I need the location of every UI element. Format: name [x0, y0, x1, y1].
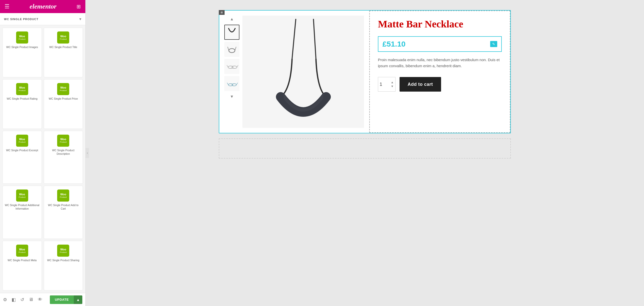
widget-item-add-to-cart[interactable]: Woo Product WC Single Product Add to Car… [44, 186, 83, 239]
widget-label: WC Single Product Price [49, 97, 78, 101]
collapse-panel-handle[interactable]: ‹ [86, 148, 89, 158]
thumbnail-3[interactable] [224, 59, 239, 74]
thumbnail-list: ▲ [224, 16, 239, 128]
product-title: Matte Bar Necklace [378, 18, 502, 30]
widget-label: WC Single Product Excerpt [6, 149, 38, 152]
svg-line-9 [227, 83, 228, 85]
widget-item-additional-info[interactable]: Woo Product WC Single Product Additional… [3, 186, 42, 239]
product-block: ⊞ ▲ [219, 10, 511, 133]
woo-icon: Woo Product [16, 189, 28, 202]
widget-item-meta[interactable]: Woo Product WC Single Product Meta [3, 241, 42, 290]
block-handle[interactable]: ⊞ [219, 10, 225, 15]
hamburger-icon[interactable]: ☰ [5, 3, 10, 10]
thumb-nav-up[interactable]: ▲ [227, 16, 237, 23]
woo-icon: Woo Product [16, 245, 28, 257]
svg-point-4 [232, 66, 237, 68]
bottom-placeholder-section [219, 138, 511, 159]
product-price: £51.10 [382, 40, 406, 48]
widget-grid: Woo Product WC Single Product Images Woo… [0, 25, 85, 293]
thumbnail-4[interactable] [224, 76, 239, 91]
quantity-up-arrow[interactable]: ▲ [391, 81, 394, 84]
add-to-cart-row: 1 ▲ ▼ Add to cart [378, 77, 502, 92]
thumbnail-1[interactable] [224, 25, 239, 40]
elementor-logo: elementor [30, 3, 57, 10]
woo-icon: Woo Product [16, 31, 28, 44]
widget-item-rating[interactable]: Woo Product WC Single Product Rating [3, 79, 42, 129]
widget-label: WC Single Product Rating [7, 97, 38, 101]
quantity-down-arrow[interactable]: ▼ [391, 85, 394, 88]
panel-header[interactable]: WC SINGLE PRODUCT ▾ [0, 13, 85, 25]
svg-line-6 [237, 65, 238, 67]
widget-label: WC Single Product Title [49, 46, 77, 49]
svg-line-12 [313, 19, 316, 59]
woo-icon: Woo Product [16, 83, 28, 95]
widget-label: WC Single Product Description [46, 149, 81, 156]
widget-label: WC Single Product Sharing [47, 259, 79, 262]
bottom-icons: ⚙ ◧ ↺ 🖥 👁 [3, 297, 42, 302]
thumb-nav-down[interactable]: ▼ [227, 93, 237, 100]
product-info-section: Matte Bar Necklace £51.10 ✎ Proin malesu… [369, 11, 510, 133]
widget-label: WC Single Product Add to Cart [46, 204, 81, 210]
update-arrow-button[interactable]: ▲ [74, 295, 82, 304]
widget-item-excerpt[interactable]: Woo Product WC Single Product Excerpt [3, 131, 42, 184]
main-canvas: ⊞ ▲ [86, 0, 644, 306]
svg-point-8 [232, 84, 236, 86]
quantity-value: 1 [380, 82, 382, 87]
widget-item-images[interactable]: Woo Product WC Single Product Images [3, 28, 42, 77]
svg-line-5 [227, 65, 228, 67]
woo-icon: Woo Product [57, 83, 69, 95]
svg-point-14 [323, 94, 329, 100]
responsive-icon[interactable]: 🖥 [29, 297, 33, 302]
widget-item-price[interactable]: Woo Product WC Single Product Price [44, 79, 83, 129]
top-bar: ☰ elementor ⊞ [0, 0, 85, 13]
bottom-bar: ⚙ ◧ ↺ 🖥 👁 UPDATE ▲ [0, 293, 85, 306]
widget-item-sharing[interactable]: Woo Product WC Single Product Sharing [44, 241, 83, 290]
product-images-section: ▲ [219, 11, 369, 133]
woo-icon: Woo Product [57, 245, 69, 257]
woo-icon: Woo Product [16, 135, 28, 147]
woo-icon: Woo Product [57, 135, 69, 147]
widget-item-description[interactable]: Woo Product WC Single Product Descriptio… [44, 131, 83, 184]
thumbnail-2[interactable] [224, 42, 239, 57]
product-image-svg [245, 19, 361, 125]
widget-item-title[interactable]: Woo Product WC Single Product Title [44, 28, 83, 77]
add-to-cart-button[interactable]: Add to cart [400, 77, 441, 92]
svg-line-10 [236, 83, 238, 85]
price-edit-icon[interactable]: ✎ [490, 41, 497, 47]
chevron-down-icon[interactable]: ▾ [79, 17, 81, 21]
svg-line-11 [292, 19, 296, 59]
settings-icon[interactable]: ⚙ [3, 297, 7, 302]
svg-line-2 [235, 47, 236, 51]
widget-label: WC Single Product Additional Information [5, 204, 40, 210]
price-box: £51.10 ✎ [378, 36, 502, 52]
eye-icon[interactable]: 👁 [38, 297, 42, 302]
widget-label: WC Single Product Images [6, 46, 38, 49]
quantity-arrows[interactable]: ▲ ▼ [391, 81, 394, 88]
svg-line-1 [228, 47, 229, 51]
left-panel: ☰ elementor ⊞ WC SINGLE PRODUCT ▾ Woo Pr… [0, 0, 86, 306]
panel-title: WC SINGLE PRODUCT [4, 18, 39, 21]
quantity-input[interactable]: 1 ▲ ▼ [378, 77, 396, 92]
woo-icon: Woo Product [57, 31, 69, 44]
svg-point-0 [229, 49, 235, 53]
product-description: Proin malesuada enim nulla, nec bibendum… [378, 57, 502, 69]
widget-label: WC Single Product Meta [8, 259, 37, 262]
layers-icon[interactable]: ◧ [12, 297, 16, 302]
update-button-group: UPDATE ▲ [50, 295, 82, 304]
svg-point-13 [278, 94, 284, 100]
history-icon[interactable]: ↺ [20, 297, 24, 302]
grid-icon[interactable]: ⊞ [77, 4, 81, 10]
woo-icon: Woo Product [57, 189, 69, 202]
main-product-image [242, 16, 364, 128]
update-button[interactable]: UPDATE [50, 295, 74, 304]
